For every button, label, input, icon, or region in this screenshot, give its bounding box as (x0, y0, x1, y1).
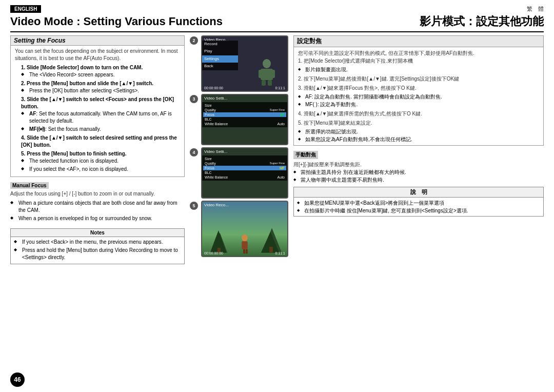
timecode-right-5: 0:11:1 (275, 251, 285, 255)
settings-size-3: Size (203, 103, 286, 108)
cam-screen-5: Video Reco... (201, 201, 288, 257)
note-1: If you select <Back> in the menu, the pr… (14, 239, 181, 246)
settings-wb-4: White BalanceAuto (203, 175, 286, 180)
manual-focus-section: Manual Focus Adjust the focus using [+] … (10, 180, 185, 223)
step-4: 4. Slide the [▲/▼] switch to select desi… (15, 134, 180, 149)
cn-step-3-mf: MF( ): 設定為手動對焦. (298, 101, 539, 108)
cn-notes-title: 說 明 (294, 187, 543, 198)
cn-notes-box: 說 明 如果您從MENU菜單中選<Back返回>將會回到上一個菜單選項 在拍攝影… (293, 187, 544, 217)
settings-focus-3: FocusAF (203, 112, 286, 117)
menu-record: Record (202, 41, 238, 48)
cam-screen-4: Video Setti... Size QualitySuper Fine Fo… (201, 147, 288, 199)
cn-step-1: 1. 把[Mode Selector]撥式選擇鍵向下拉.來打開本機 (298, 57, 539, 65)
svg-rect-13 (242, 241, 248, 249)
cam-screen-2-container: 2 Video Reco... Record Play Settings Bac… (201, 35, 288, 92)
timecode-right-2: 0:11:1 (275, 86, 285, 90)
step-4-indicator: 4 (190, 148, 198, 156)
step-5-bullet-1: The selected function icon is displayed. (21, 158, 180, 165)
step-5-bullet-2: If you select the <AF>, no icon is displ… (21, 166, 180, 173)
cn-intro: 您可依不同的主題設定不同對焦的模式, 但在正常情形下,最好使用AF自動對焦. (298, 49, 539, 57)
menu-back: Back (202, 63, 238, 70)
svg-rect-5 (268, 80, 272, 86)
person-silhouette-2 (251, 57, 282, 86)
cn-step-1-bullet: 影片錄製畫面出現. (298, 66, 539, 73)
menu-overlay-2: Record Play Settings Back (202, 41, 238, 70)
section-title-en: Setting the Focus (11, 36, 184, 46)
steps-list-en: 1. Slide [Mode Selector] down to turn on… (15, 64, 180, 173)
cam-label-5: Video Reco... (204, 203, 229, 207)
left-column: Setting the Focus You can set the focus … (10, 35, 185, 387)
manual-bullet-2: When a person is enveloped in fog or sur… (10, 215, 185, 222)
svg-rect-11 (269, 247, 273, 253)
cn-focus-section: 設定對焦 您可依不同的主題設定不同對焦的模式, 但在正常情形下,最好使用AF自動… (293, 35, 544, 146)
page-number: 46 (10, 373, 25, 387)
english-badge: ENGLISH (10, 5, 41, 13)
timecode-left-2: 00:00:00:00 (204, 86, 223, 90)
settings-quality-4: QualitySuper Fine (203, 161, 286, 166)
svg-rect-15 (246, 249, 248, 254)
step-3-bullet-af: AF: Set the focus automatically. When th… (21, 110, 180, 125)
step-1-bullet: The <Video Record> screen appears. (21, 71, 180, 79)
cn-step-5-b2: 如果您設定為AF自動對焦時,不會出現任何標記. (298, 135, 539, 143)
cn-step-3: 3. 滑動[▲/▼]鍵來選擇Focus 對焦>, 然後按下O K鍵. (298, 84, 539, 92)
cam-label-3: Video Setti... (204, 96, 227, 101)
notes-box-en: Notes If you select <Back> in the menu, … (10, 228, 185, 264)
cn-manual-text: 用[+][-]鍵按壓來手動調整焦距. (293, 161, 544, 168)
manual-focus-text: Adjust the focus using [+] / [-] button … (10, 190, 185, 198)
outdoor-scene (202, 218, 287, 256)
chinese-badge: 繁 體 (527, 6, 544, 12)
svg-point-12 (242, 234, 248, 241)
cn-note-1: 如果您從MENU菜單中選<Back返回>將會回到上一個菜單選項 (297, 199, 540, 207)
cam-screen-2: Video Reco... Record Play Settings Back (201, 35, 288, 92)
intro-text-en: You can set the focus depending on the s… (15, 48, 180, 62)
svg-rect-14 (243, 249, 245, 254)
svg-rect-4 (262, 80, 266, 86)
settings-focus-4: FocusMF (203, 166, 286, 170)
header-row: ENGLISH 繁 體 (10, 5, 544, 13)
settings-overlay-4: Size QualitySuper Fine FocusMF BLC White… (202, 155, 287, 181)
cam-screen-5-container: 5 Video Reco... (201, 201, 288, 257)
main-title-row: Video Mode : Setting Various Functions 影… (10, 14, 544, 32)
cn-step-5: 5. 按下[Menu菜單]鍵來結束設定. (298, 119, 539, 127)
svg-point-0 (263, 59, 271, 68)
title-english: Video Mode : Setting Various Functions (10, 15, 223, 28)
cn-section-title: 設定對焦 (294, 36, 543, 47)
menu-settings: Settings (202, 55, 238, 63)
cam-screen-3-container: 3 Video Setti... Size QualitySuper Fine … (201, 94, 288, 145)
cn-note-2: 在拍攝影片中時繼 按住[Menu菜單]鍵, 您可直接到到<Settings設定>… (297, 207, 540, 214)
notes-title: Notes (11, 229, 184, 237)
setting-focus-section-en: Setting the Focus You can set the focus … (10, 35, 185, 177)
cn-manual-focus: 手動對焦 用[+][-]鍵按壓來手動調整焦距. 當拍攝主題具持分 別在遠近距離都… (293, 149, 544, 184)
settings-wb-3: White BalanceAuto (203, 122, 286, 126)
cn-manual-title: 手動對焦 (293, 151, 318, 159)
note-2: Press and hold the [Menu] button during … (14, 247, 181, 261)
cn-step-4: 4. 滑動[▲/▼]鍵來選擇所需的對焦方式,然後按下O K鍵. (298, 110, 539, 117)
cam-label-4: Video Setti... (204, 149, 227, 154)
step-2: 2. Press the [Menu] button and slide the… (15, 80, 180, 94)
settings-blc-4: BLC (203, 170, 286, 175)
cam-screen-4-container: 4 Video Setti... Size QualitySuper Fine … (201, 147, 288, 199)
page: ENGLISH 繁 體 Video Mode : Setting Various… (0, 0, 554, 392)
cn-manual-b1: 當拍攝主題具持分 別在遠近距離都有大的時候. (293, 168, 544, 176)
cn-step-5-b1: 所選擇的功能記號出現. (298, 128, 539, 135)
cn-manual-b2: 當人物年圍中或主題需要不易對焦時. (293, 176, 544, 184)
manual-bullet-1: When a picture contains objects that are… (10, 200, 185, 214)
center-column: 2 Video Reco... Record Play Settings Bac… (190, 35, 288, 387)
settings-quality-3: QualitySuper Fine (203, 108, 286, 112)
settings-size-4: Size (203, 156, 286, 161)
chinese-header: 繁 體 (527, 5, 544, 13)
step-3: 3. Slide the [▲/▼] switch to select <Foc… (15, 96, 180, 133)
settings-blc-3: BLC (203, 117, 286, 122)
settings-overlay-3: Size QualitySuper Fine FocusAF BLC White… (202, 102, 287, 127)
right-text-column: 設定對焦 您可依不同的主題設定不同對焦的模式, 但在正常情形下,最好使用AF自動… (293, 35, 544, 387)
step-2-bullet: Press the [OK] button after selecting <S… (21, 87, 180, 94)
manual-focus-title: Manual Focus (10, 182, 49, 189)
content-area: Setting the Focus You can set the focus … (10, 35, 544, 387)
step-5: 5. Press the [Menu] button to finish set… (15, 150, 180, 173)
step-3-indicator: 3 (190, 95, 198, 103)
menu-play: Play (202, 48, 238, 55)
cn-step-3-af: AF: 設定為自動對焦. 當打開攝影機時會自動設定為自動對焦. (298, 93, 539, 101)
step-5-indicator: 5 (190, 202, 198, 210)
svg-rect-3 (271, 70, 275, 78)
step-3-bullet-mf: MF(⒲): Set the focus manually. (21, 126, 180, 133)
